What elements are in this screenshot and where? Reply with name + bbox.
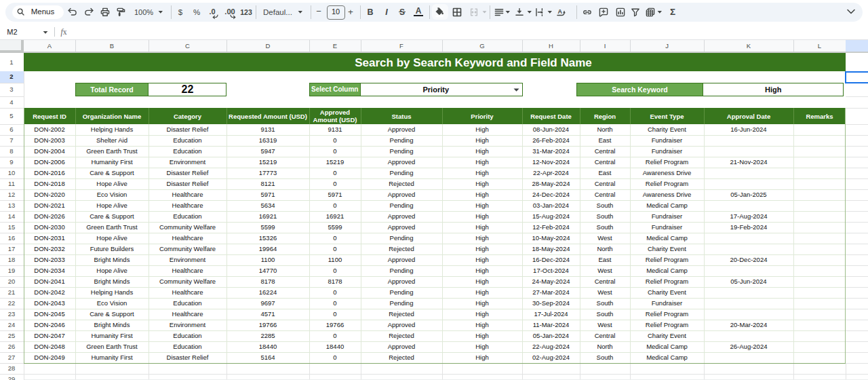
svg-text:A: A — [557, 7, 562, 14]
